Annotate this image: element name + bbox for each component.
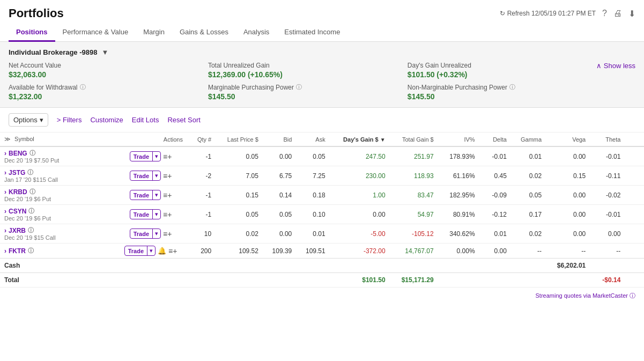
theta-BENG: -0.01 <box>590 146 625 166</box>
options-select[interactable]: Options ▾ <box>9 113 48 127</box>
table-row: › CSYN ⓘ Dec 20 '19 $6 Put Trade ▾ ≡+ -1… <box>0 205 644 224</box>
expand-row-icon[interactable]: › <box>4 150 6 157</box>
symbol-sub: Jan 17 '20 $115 Call <box>4 176 110 183</box>
available-withdrawal: $1,232.00 <box>9 92 187 101</box>
reset-sort-button[interactable]: Reset Sort <box>167 116 200 124</box>
table-row: › JSTG ⓘ Jan 17 '20 $115 Call Trade ▾ ≡+… <box>0 166 644 186</box>
add-lot-icon[interactable]: ≡+ <box>163 152 172 161</box>
symbol-info-icon[interactable]: ⓘ <box>28 226 34 234</box>
net-account-value-group: Net Account Value $32,063.00 <box>9 62 197 79</box>
symbol-cell-KRBD: › KRBD ⓘ Dec 20 '19 $6 Put <box>0 186 114 205</box>
expand-row-icon[interactable]: › <box>4 208 6 215</box>
cash-value: $6,202.01 <box>546 259 590 273</box>
cash-label: Cash <box>0 259 114 273</box>
tab-positions[interactable]: Positions <box>9 24 55 42</box>
vega-BENG: 0.00 <box>546 146 590 166</box>
add-lot-icon[interactable]: ≡+ <box>163 172 172 180</box>
expand-row-icon[interactable]: › <box>4 169 6 176</box>
trade-dropdown-icon[interactable]: ▾ <box>152 171 160 180</box>
trade-button-BENG[interactable]: Trade ▾ <box>130 151 161 161</box>
gamma-JXRB: 0.02 <box>511 224 546 244</box>
trade-dropdown-icon[interactable]: ▾ <box>152 229 160 238</box>
last-price-CSYN: 0.05 <box>216 205 263 224</box>
trade-dropdown-icon[interactable]: ▾ <box>152 190 160 200</box>
bell-icon[interactable]: 🔔 <box>158 247 166 255</box>
trade-button-JXRB[interactable]: Trade ▾ <box>130 229 161 239</box>
tab-margin[interactable]: Margin <box>136 24 172 42</box>
actions-cell-BENG: Trade ▾ ≡+ <box>114 146 187 166</box>
ask-JXRB: 0.01 <box>296 224 329 244</box>
trade-button-CSYN[interactable]: Trade ▾ <box>130 209 161 219</box>
non-marginable-label: Non-Marginable Purchasing Power ⓘ <box>408 83 586 91</box>
total-gain-KRBD: 83.47 <box>390 186 438 205</box>
total-label: Total <box>0 273 114 288</box>
ask-FKTR: 109.51 <box>296 244 329 259</box>
metric-col-3: Day's Gain Unrealized $101.50 (+0.32%) N… <box>408 62 596 101</box>
total-row: Total $101.50 $15,171.29 -$0.14 <box>0 273 644 288</box>
show-less-button[interactable]: ∧ Show less <box>596 62 635 70</box>
col-header-actions: Actions <box>114 132 187 146</box>
marginable-info-icon[interactable]: ⓘ <box>296 83 302 91</box>
options-chevron-icon: ▾ <box>40 116 43 124</box>
tab-gains[interactable]: Gains & Losses <box>172 24 236 42</box>
metric-col-1: Net Account Value $32,063.00 Available f… <box>9 62 197 101</box>
metrics-pairs: Net Account Value $32,063.00 Available f… <box>9 62 596 101</box>
add-lot-icon[interactable]: ≡+ <box>168 247 177 255</box>
col-header-iv: IV% <box>438 132 479 146</box>
symbol-cell-JXRB: › JXRB ⓘ Dec 20 '19 $15 Call <box>0 224 114 244</box>
tab-analysis[interactable]: Analysis <box>236 24 277 42</box>
table-row: › BENG ⓘ Dec 20 '19 $7.50 Put Trade ▾ ≡+… <box>0 146 644 166</box>
total-unrealized-group: Total Unrealized Gain $12,369.00 (+10.65… <box>208 62 397 79</box>
add-lot-icon[interactable]: ≡+ <box>163 191 172 200</box>
days-gain-value: $101.50 (+0.32%) <box>408 70 586 79</box>
table-row: › JXRB ⓘ Dec 20 '19 $15 Call Trade ▾ ≡+ … <box>0 224 644 244</box>
days-gain-JXRB: -5.00 <box>330 224 390 244</box>
symbol-info-icon[interactable]: ⓘ <box>28 247 34 255</box>
trade-dropdown-icon[interactable]: ▾ <box>152 210 160 219</box>
trade-button-JSTG[interactable]: Trade ▾ <box>130 171 161 181</box>
metrics-container: Net Account Value $32,063.00 Available f… <box>9 62 635 101</box>
vega-FKTR: -- <box>546 244 590 259</box>
actions-cell-JSTG: Trade ▾ ≡+ <box>114 166 187 186</box>
trade-dropdown-icon[interactable]: ▾ <box>147 246 155 255</box>
ask-CSYN: 0.10 <box>296 205 329 224</box>
expand-row-icon[interactable]: › <box>4 227 6 234</box>
gamma-KRBD: 0.05 <box>511 186 546 205</box>
col-header-days-gain[interactable]: Day's Gain $ ▼ <box>330 132 390 146</box>
symbol-info-icon[interactable]: ⓘ <box>29 149 35 157</box>
expand-row-icon[interactable]: › <box>4 247 6 255</box>
non-marginable-info-icon[interactable]: ⓘ <box>509 83 515 91</box>
trade-button-FKTR[interactable]: Trade ▾ <box>124 246 156 256</box>
col-header-delta: Delta <box>479 132 511 146</box>
col-header-symbol: ≫ Symbol <box>0 132 114 146</box>
expand-all-icon[interactable]: ≫ <box>4 136 11 142</box>
customize-button[interactable]: Customize <box>90 116 123 124</box>
trade-dropdown-icon[interactable]: ▾ <box>152 152 160 161</box>
symbol-info-icon[interactable]: ⓘ <box>27 168 33 176</box>
non-marginable-value: $145.50 <box>408 92 586 101</box>
add-lot-icon[interactable]: ≡+ <box>163 210 172 219</box>
filters-button[interactable]: > Filters <box>57 116 82 124</box>
trade-button-KRBD[interactable]: Trade ▾ <box>130 190 161 200</box>
metric-col-2: Total Unrealized Gain $12,369.00 (+10.65… <box>208 62 397 101</box>
refresh-button[interactable]: ↻ Refresh 12/05/19 01:27 PM ET <box>500 10 596 17</box>
help-icon[interactable]: ? <box>602 9 607 18</box>
print-icon[interactable]: 🖨 <box>613 9 622 18</box>
symbol-info-icon[interactable]: ⓘ <box>29 188 35 196</box>
account-dropdown-icon[interactable]: ▼ <box>101 48 108 56</box>
last-price-JSTG: 7.05 <box>216 166 263 186</box>
bid-JSTG: 6.75 <box>263 166 296 186</box>
edit-lots-button[interactable]: Edit Lots <box>132 116 159 124</box>
download-icon[interactable]: ⬇ <box>628 9 635 19</box>
table-row: › FKTR ⓘ Trade ▾ 🔔 ≡+ 200 109.52 109.39 … <box>0 244 644 259</box>
tab-income[interactable]: Estimated Income <box>277 24 347 42</box>
tab-performance[interactable]: Performance & Value <box>55 24 136 42</box>
withdrawal-info-icon[interactable]: ⓘ <box>80 83 86 91</box>
delta-JXRB: 0.01 <box>479 224 511 244</box>
symbol-info-icon[interactable]: ⓘ <box>28 207 34 215</box>
table-header-row: ≫ Symbol Actions Qty # Last Price $ Bid … <box>0 132 644 146</box>
ask-KRBD: 0.18 <box>296 186 329 205</box>
expand-row-icon[interactable]: › <box>4 188 6 196</box>
actions-cell-CSYN: Trade ▾ ≡+ <box>114 205 187 224</box>
add-lot-icon[interactable]: ≡+ <box>163 230 172 238</box>
